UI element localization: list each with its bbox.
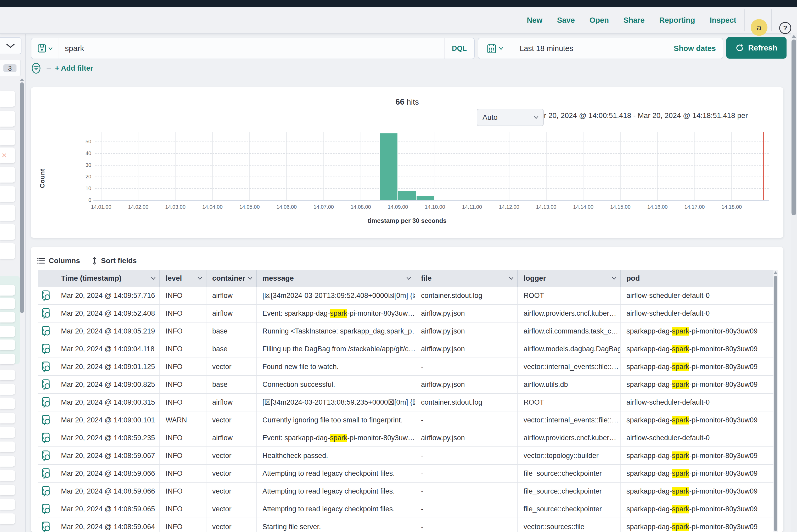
sidebar-toggle-button[interactable]	[0, 37, 21, 54]
sidebar-scroll-up-arrow[interactable]	[20, 78, 24, 81]
column-header-logger[interactable]: logger	[518, 270, 620, 287]
inspect-document-button[interactable]	[38, 447, 55, 464]
selected-field-card[interactable]	[0, 285, 15, 296]
saved-queries-button[interactable]	[32, 38, 59, 59]
column-header-file[interactable]: file	[415, 270, 518, 287]
inspect-document-button[interactable]	[38, 287, 55, 304]
field-item-card[interactable]	[0, 111, 15, 127]
column-header-container[interactable]: container	[206, 270, 257, 287]
inspect-document-button[interactable]	[38, 358, 55, 375]
y-tick-label: 20	[76, 174, 91, 180]
inspect-document-button[interactable]	[38, 482, 55, 500]
selected-field-card[interactable]	[0, 298, 15, 309]
page-scroll-up-arrow[interactable]	[792, 35, 796, 38]
field-item-card[interactable]	[0, 441, 15, 452]
chevron-down-icon[interactable]	[151, 277, 156, 280]
column-header-level[interactable]: level	[160, 270, 206, 287]
nav-link-save[interactable]: Save	[557, 16, 575, 24]
histogram-chart[interactable]: 14:01:0014:02:0014:03:0014:04:0014:05:00…	[31, 87, 783, 238]
inspect-document-button[interactable]	[38, 394, 55, 411]
field-item-card[interactable]	[0, 167, 15, 183]
field-item-card[interactable]	[0, 398, 15, 409]
selected-field-card[interactable]	[0, 354, 15, 364]
table-scrollbar-thumb[interactable]	[774, 276, 777, 531]
field-item-card[interactable]	[0, 456, 15, 467]
column-header-message[interactable]: message	[257, 270, 415, 287]
inspect-document-button[interactable]	[38, 500, 55, 518]
chevron-down-icon[interactable]	[248, 277, 253, 280]
highlighted-term: spark	[672, 345, 689, 353]
field-item-card[interactable]	[0, 384, 15, 395]
nav-link-reporting[interactable]: Reporting	[660, 16, 695, 24]
scroll-up-arrow[interactable]	[774, 271, 777, 274]
field-item-card[interactable]: ×	[0, 148, 15, 163]
sidebar-scrollbar[interactable]	[20, 82, 24, 313]
field-item-card[interactable]	[0, 224, 15, 240]
column-header-pod[interactable]: pod	[620, 270, 778, 287]
field-item-card[interactable]	[0, 369, 15, 380]
selected-fields-card[interactable]: 3	[0, 60, 21, 76]
inspect-document-button[interactable]	[38, 412, 55, 429]
histogram-bar[interactable]	[379, 133, 397, 201]
columns-button[interactable]: Columns	[37, 256, 80, 265]
chevron-down-icon[interactable]	[509, 277, 514, 280]
field-item-card[interactable]	[0, 130, 15, 146]
field-item-card[interactable]	[0, 186, 15, 202]
inspect-document-button[interactable]	[38, 376, 55, 393]
cell-logger: file_source::checkpointer	[518, 500, 620, 518]
close-icon[interactable]: ×	[2, 151, 7, 159]
selected-field-card[interactable]	[0, 312, 15, 323]
query-language-button[interactable]: DQL	[444, 38, 474, 59]
chevron-down-icon[interactable]	[406, 277, 411, 280]
histogram-bar[interactable]	[398, 191, 416, 201]
header-divider	[744, 10, 745, 32]
selected-field-card[interactable]	[0, 326, 15, 337]
inspect-document-button[interactable]	[38, 323, 55, 340]
inspect-document-button[interactable]	[38, 340, 55, 358]
nav-link-inspect[interactable]: Inspect	[710, 16, 736, 24]
gridline-vertical	[434, 132, 435, 201]
field-item-card[interactable]	[0, 499, 15, 510]
field-item-card[interactable]	[0, 484, 15, 495]
cell-pod: sparkapp-dag-spark-pi-monitor-80y3uw09	[620, 465, 778, 482]
inspect-document-button[interactable]	[38, 429, 55, 446]
inspect-document-button[interactable]	[38, 305, 55, 322]
field-item-card[interactable]	[0, 205, 15, 221]
selected-field-card[interactable]	[0, 340, 15, 350]
page-scrollbar-thumb[interactable]	[792, 39, 796, 215]
date-picker-bar: Last 18 minutes Show dates	[478, 38, 723, 59]
search-query-input[interactable]	[59, 38, 444, 59]
inspect-document-button[interactable]	[38, 465, 55, 482]
show-dates-button[interactable]: Show dates	[674, 38, 723, 59]
avatar[interactable]: a	[751, 19, 767, 36]
chevron-down-icon[interactable]	[612, 277, 616, 280]
field-item-card[interactable]	[0, 427, 15, 438]
field-item-card[interactable]	[0, 243, 15, 259]
field-item-card[interactable]	[0, 413, 15, 423]
date-quick-select-button[interactable]	[478, 38, 512, 59]
chevron-down-icon[interactable]	[198, 277, 202, 280]
nav-link-open[interactable]: Open	[590, 16, 609, 24]
histogram-bar[interactable]	[416, 196, 434, 201]
cell-message: Running <TaskInstance: sparkapp_dag.spar…	[257, 323, 415, 340]
field-item-card[interactable]	[0, 513, 15, 524]
field-item-card[interactable]	[0, 470, 15, 481]
refresh-button[interactable]: Refresh	[726, 37, 786, 59]
nav-link-share[interactable]: Share	[624, 16, 645, 24]
cell-pod: airflow-scheduler-default-0	[620, 429, 778, 446]
sort-fields-button[interactable]: Sort fields	[92, 256, 137, 265]
x-tick-label: 14:11:00	[454, 204, 490, 210]
add-filter-button[interactable]: + Add filter	[55, 64, 93, 73]
filter-icon[interactable]	[31, 62, 42, 75]
cell-logger: vector::internal_events::file::…	[518, 412, 620, 429]
table-row: Mar 20, 2024 @ 14:08:59.064INFOvectorSta…	[38, 518, 778, 532]
table-scrollbar[interactable]	[774, 270, 778, 532]
x-tick-label: 14:16:00	[639, 204, 676, 210]
inspect-document-button[interactable]	[38, 518, 55, 532]
nav-link-new[interactable]: New	[527, 16, 542, 24]
page-scrollbar[interactable]	[791, 33, 797, 532]
help-icon[interactable]: ?	[779, 22, 791, 34]
column-header-time[interactable]: Time (timestamp)	[55, 270, 160, 287]
field-item-card[interactable]	[0, 91, 15, 107]
time-range-value[interactable]: Last 18 minutes	[512, 38, 674, 59]
